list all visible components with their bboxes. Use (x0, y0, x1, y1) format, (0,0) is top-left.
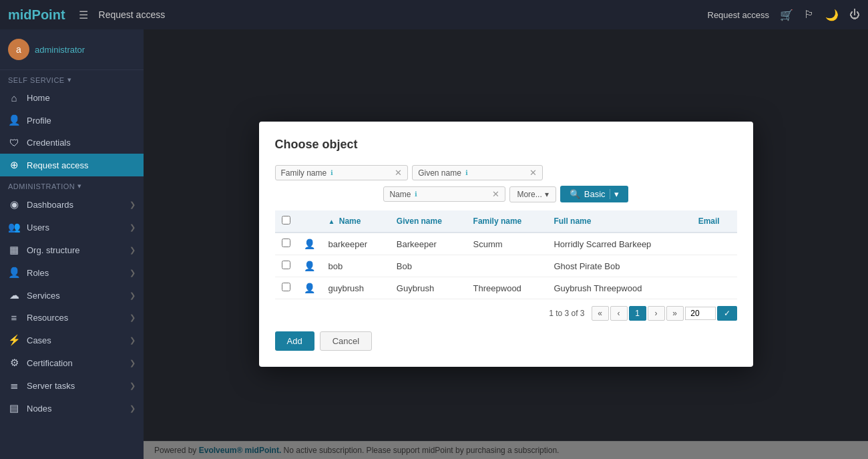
search-button[interactable]: 🔍 Basic ▾ (560, 186, 628, 202)
add-button[interactable]: Add (275, 331, 314, 351)
row1-checkbox[interactable] (275, 233, 297, 255)
row1-name: barkeeper (322, 233, 390, 255)
pagination-first-button[interactable]: « (592, 306, 609, 321)
given-name-label: Given name (418, 168, 461, 178)
pagination-page-1-button[interactable]: 1 (629, 306, 646, 321)
sidebar-item-profile[interactable]: 👤 Profile (0, 109, 144, 132)
pagination-next-button[interactable]: › (648, 306, 665, 321)
family-name-input[interactable] (337, 168, 391, 178)
search-dropdown-icon[interactable]: ▾ (610, 189, 619, 199)
row3-email (692, 277, 737, 299)
roles-icon: 👤 (8, 267, 20, 279)
table-header: ▲ Name Given name Family name Full name … (275, 210, 737, 233)
admin-section: Administration ▾ (0, 176, 144, 193)
sidebar-item-request-access[interactable]: ⊕ Request access (0, 154, 144, 176)
more-button[interactable]: More... ▾ (509, 186, 556, 202)
modal-footer: Add Cancel (275, 331, 737, 351)
credentials-icon: 🛡 (8, 137, 20, 148)
row3-name: guybrush (322, 277, 390, 299)
hamburger-menu-icon[interactable]: ☰ (79, 9, 88, 21)
row3-checkbox[interactable] (275, 277, 297, 299)
row2-name: bob (322, 255, 390, 277)
name-label: Name (389, 190, 411, 199)
row2-full-name: Ghost Pirate Bob (547, 255, 691, 277)
navbar-title: Request access (99, 9, 708, 20)
name-info: ℹ (415, 190, 417, 198)
header-email[interactable]: Email (692, 210, 737, 233)
certification-icon: ⚙ (8, 357, 20, 369)
header-given-name[interactable]: Given name (390, 210, 467, 233)
power-icon[interactable]: ⏻ (849, 9, 860, 21)
roles-arrow: ❯ (130, 269, 136, 277)
search-icon: 🔍 (570, 189, 580, 199)
sidebar-username[interactable]: administrator (35, 45, 85, 55)
pagination: 1 to 3 of 3 « ‹ 1 › » ✓ (275, 299, 737, 321)
sort-name-icon: ▲ (329, 218, 335, 225)
server-tasks-arrow: ❯ (130, 381, 136, 390)
resources-icon: ≡ (8, 312, 20, 323)
home-icon: ⌂ (8, 92, 20, 104)
header-full-name[interactable]: Full name (547, 210, 691, 233)
pagination-last-button[interactable]: » (666, 306, 684, 321)
row2-icon: 👤 (297, 255, 322, 277)
pagination-prev-button[interactable]: ‹ (610, 306, 628, 321)
row3-full-name: Guybrush Threepwood (547, 277, 691, 299)
family-name-close-icon[interactable]: ✕ (395, 168, 402, 178)
given-name-input[interactable] (472, 168, 525, 178)
sidebar-item-nodes[interactable]: ▤ Nodes ❯ (0, 397, 144, 420)
table-body: 👤 barkeeper Barkeeper Scumm Horridly Sca… (275, 233, 737, 299)
cart-icon[interactable]: 🛒 (780, 9, 793, 21)
row2-given-name: Bob (390, 255, 467, 277)
header-family-name[interactable]: Family name (467, 210, 548, 233)
moon-icon[interactable]: 🌙 (825, 9, 839, 21)
sidebar-item-server-tasks[interactable]: ≣ Server tasks ❯ (0, 374, 144, 397)
cancel-button[interactable]: Cancel (320, 331, 372, 351)
users-icon: 👥 (8, 221, 20, 233)
user-icon-yellow: 👤 (304, 283, 315, 293)
family-name-label: Family name (281, 168, 327, 178)
name-filter: Name ℹ ✕ (383, 186, 505, 202)
name-input[interactable] (421, 190, 488, 199)
filter-row-1: Family name ℹ ✕ Given name ℹ ✕ (275, 165, 737, 180)
pagination-confirm-button[interactable]: ✓ (717, 306, 737, 321)
dashboards-icon: ◉ (8, 198, 20, 210)
top-navbar: midPoint ☰ Request access Request access… (0, 0, 868, 29)
services-icon: ☁ (8, 289, 20, 301)
given-name-close-icon[interactable]: ✕ (529, 168, 537, 178)
sidebar-item-dashboards[interactable]: ◉ Dashboards ❯ (0, 193, 144, 216)
user-icon: 👤 (304, 239, 315, 249)
sidebar-item-cases[interactable]: ⚡ Cases ❯ (0, 329, 144, 351)
results-table: ▲ Name Given name Family name Full name … (275, 210, 737, 299)
header-name[interactable]: ▲ Name (322, 210, 390, 233)
sidebar: a administrator Self Service ▾ ⌂ Home 👤 … (0, 29, 144, 459)
header-select-all[interactable] (275, 210, 297, 233)
avatar: a (8, 39, 29, 60)
sidebar-item-org-structure[interactable]: ▦ Org. structure ❯ (0, 239, 144, 261)
pagination-summary: 1 to 3 of 3 (549, 309, 584, 318)
pagination-size-input[interactable] (685, 307, 716, 320)
sidebar-item-services[interactable]: ☁ Services ❯ (0, 284, 144, 307)
row1-family-name: Scumm (467, 233, 548, 255)
more-chevron-icon: ▾ (545, 190, 549, 199)
sidebar-item-resources[interactable]: ≡ Resources ❯ (0, 307, 144, 329)
sidebar-item-credentials[interactable]: 🛡 Credentials (0, 132, 144, 154)
name-close-icon[interactable]: ✕ (492, 189, 499, 199)
sidebar-item-users[interactable]: 👥 Users ❯ (0, 216, 144, 239)
row1-email (692, 233, 737, 255)
row2-checkbox[interactable] (275, 255, 297, 277)
certification-arrow: ❯ (130, 359, 136, 367)
self-service-section: Self Service ▾ (0, 70, 144, 87)
server-tasks-icon: ≣ (8, 379, 20, 392)
row3-given-name: Guybrush (390, 277, 467, 299)
select-all-checkbox[interactable] (282, 216, 290, 224)
navbar-request-link[interactable]: Request access (708, 10, 770, 20)
sidebar-item-certification[interactable]: ⚙ Certification ❯ (0, 351, 144, 374)
header-icon (297, 210, 322, 233)
users-arrow: ❯ (130, 223, 136, 232)
flag-icon[interactable]: 🏳 (804, 9, 815, 21)
sidebar-item-roles[interactable]: 👤 Roles ❯ (0, 261, 144, 284)
sidebar-item-home[interactable]: ⌂ Home (0, 87, 144, 109)
cases-arrow: ❯ (130, 336, 136, 345)
row1-given-name: Barkeeper (390, 233, 467, 255)
nodes-icon: ▤ (8, 402, 20, 414)
